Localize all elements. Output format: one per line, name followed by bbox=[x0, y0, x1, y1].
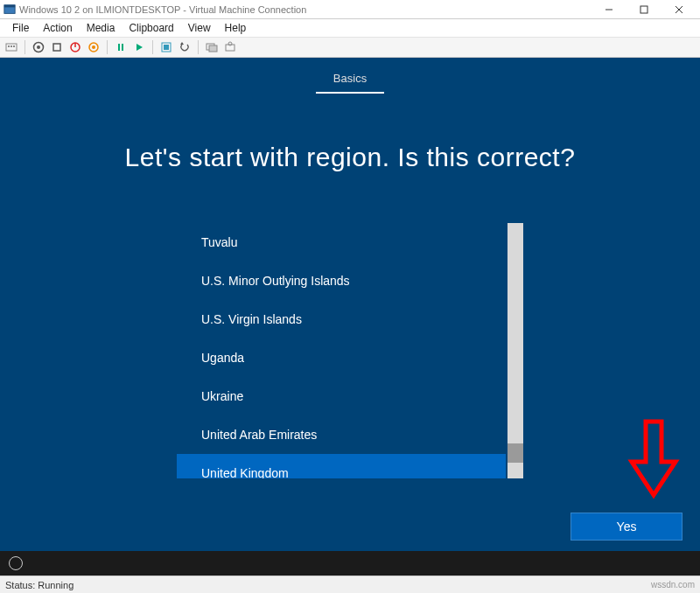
titlebar: Windows 10 2 on ILMIONTDESKTOP - Virtual… bbox=[0, 0, 700, 19]
start-icon[interactable] bbox=[31, 39, 46, 55]
svg-rect-17 bbox=[118, 44, 120, 51]
cortana-bar bbox=[0, 551, 700, 576]
yes-button[interactable]: Yes bbox=[570, 513, 682, 541]
svg-rect-21 bbox=[164, 45, 169, 50]
region-list[interactable]: Tuvalu U.S. Minor Outlying Islands U.S. … bbox=[177, 223, 506, 478]
toolbar bbox=[0, 37, 700, 58]
pause-icon[interactable] bbox=[113, 39, 129, 55]
scrollbar-thumb[interactable] bbox=[508, 443, 523, 463]
region-list-container: Tuvalu U.S. Minor Outlying Islands U.S. … bbox=[177, 223, 523, 478]
minimize-button[interactable] bbox=[592, 0, 626, 19]
statusbar: Status: Running wssdn.com bbox=[0, 576, 700, 593]
toolbar-separator bbox=[107, 40, 108, 54]
region-item[interactable]: U.S. Minor Outlying Islands bbox=[177, 262, 506, 300]
region-item-selected[interactable]: United Kingdom bbox=[177, 454, 506, 478]
turnoff-icon[interactable] bbox=[49, 39, 65, 55]
svg-rect-18 bbox=[122, 44, 123, 51]
share-icon[interactable] bbox=[222, 39, 238, 55]
maximize-button[interactable] bbox=[626, 0, 662, 19]
ctrl-alt-del-icon[interactable] bbox=[4, 39, 19, 55]
toolbar-separator bbox=[198, 40, 199, 54]
reset-icon[interactable] bbox=[131, 39, 147, 55]
menubar: File Action Media Clipboard View Help bbox=[0, 19, 700, 37]
oobe-tabs: Basics bbox=[0, 58, 700, 94]
window-title: Windows 10 2 on ILMIONTDESKTOP - Virtual… bbox=[19, 4, 592, 15]
menu-help[interactable]: Help bbox=[218, 22, 254, 34]
cortana-icon[interactable] bbox=[9, 556, 23, 570]
svg-rect-24 bbox=[209, 45, 217, 52]
svg-marker-22 bbox=[180, 42, 184, 45]
scrollbar[interactable] bbox=[508, 223, 523, 478]
app-icon bbox=[4, 3, 16, 16]
status-text: Status: Running bbox=[5, 580, 74, 590]
enhanced-session-icon[interactable] bbox=[204, 39, 220, 55]
svg-rect-12 bbox=[53, 44, 60, 51]
menu-file[interactable]: File bbox=[5, 22, 36, 34]
region-item[interactable]: Uganda bbox=[177, 338, 506, 377]
svg-point-11 bbox=[37, 45, 40, 49]
tab-basics[interactable]: Basics bbox=[316, 68, 384, 94]
checkpoint-icon[interactable] bbox=[158, 39, 174, 55]
svg-rect-7 bbox=[8, 45, 10, 47]
svg-point-16 bbox=[92, 45, 95, 49]
revert-icon[interactable] bbox=[177, 39, 192, 55]
menu-clipboard[interactable]: Clipboard bbox=[122, 22, 180, 34]
toolbar-separator bbox=[152, 40, 153, 54]
svg-rect-1 bbox=[4, 4, 15, 7]
region-item[interactable]: Tuvalu bbox=[177, 223, 506, 262]
svg-rect-8 bbox=[10, 45, 12, 47]
oobe-heading: Let's start with region. Is this correct… bbox=[0, 143, 700, 172]
save-icon[interactable] bbox=[86, 39, 102, 55]
region-item[interactable]: United Arab Emirates bbox=[177, 415, 506, 454]
svg-marker-19 bbox=[136, 44, 143, 51]
oobe-screen: Basics Let's start with region. Is this … bbox=[0, 58, 700, 551]
region-item[interactable]: U.S. Virgin Islands bbox=[177, 300, 506, 338]
window-controls bbox=[592, 0, 696, 19]
region-item[interactable]: Ukraine bbox=[177, 377, 506, 415]
svg-rect-3 bbox=[640, 6, 648, 13]
vm-display: Basics Let's start with region. Is this … bbox=[0, 58, 700, 576]
menu-action[interactable]: Action bbox=[36, 22, 79, 34]
menu-media[interactable]: Media bbox=[80, 22, 122, 34]
toolbar-separator bbox=[24, 40, 25, 54]
close-button[interactable] bbox=[662, 0, 696, 19]
svg-rect-9 bbox=[13, 45, 15, 47]
shutdown-icon[interactable] bbox=[67, 39, 83, 55]
menu-view[interactable]: View bbox=[181, 22, 218, 34]
watermark: wssdn.com bbox=[651, 580, 695, 590]
